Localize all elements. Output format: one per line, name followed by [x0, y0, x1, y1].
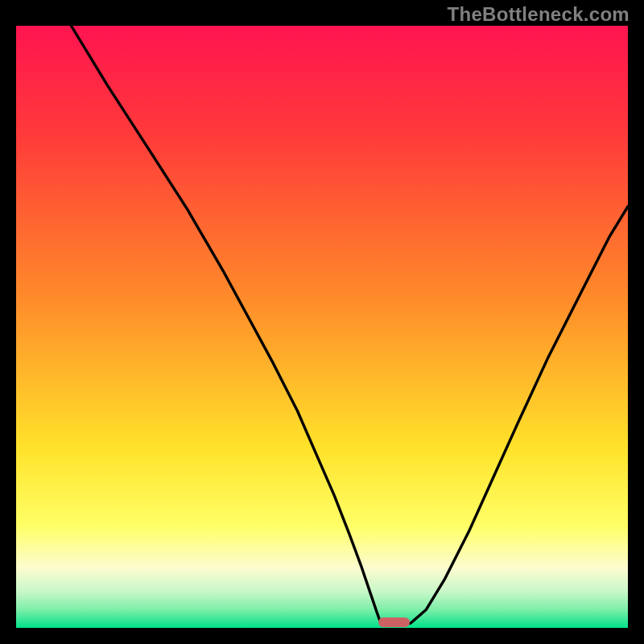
plot-area: [16, 26, 628, 628]
bottleneck-curve: [16, 26, 628, 628]
chart-frame: TheBottleneck.com: [0, 0, 644, 644]
watermark-text: TheBottleneck.com: [448, 3, 630, 26]
curve-path: [71, 26, 628, 625]
optimal-point-marker: [378, 617, 411, 627]
